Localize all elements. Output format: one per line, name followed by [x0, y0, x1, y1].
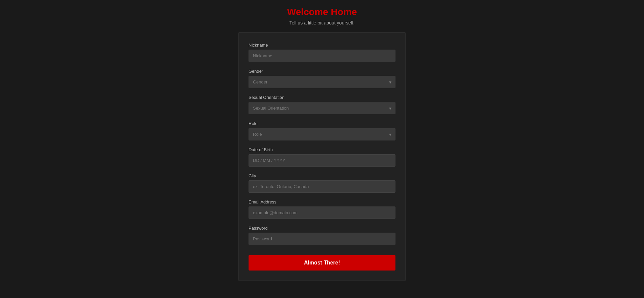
registration-form-card: Nickname Gender Gender Male Female Non-b… [238, 32, 406, 281]
nickname-group: Nickname [249, 43, 395, 62]
gender-group: Gender Gender Male Female Non-binary Oth… [249, 69, 395, 88]
nickname-label: Nickname [249, 43, 395, 48]
sexual-orientation-select-wrapper: Sexual Orientation Straight Gay Bisexual… [249, 102, 395, 114]
dob-group: Date of Birth [249, 147, 395, 167]
page-header: Welcome Home Tell us a little bit about … [287, 7, 357, 25]
city-input[interactable] [249, 180, 395, 193]
submit-button[interactable]: Almost There! [249, 255, 395, 271]
dob-input[interactable] [249, 154, 395, 167]
nickname-input[interactable] [249, 50, 395, 62]
role-select[interactable]: Role Top Bottom Versatile Other [249, 128, 395, 140]
page-subtitle: Tell us a little bit about yourself. [287, 20, 357, 25]
email-label: Email Address [249, 199, 395, 204]
password-input[interactable] [249, 233, 395, 245]
sexual-orientation-select[interactable]: Sexual Orientation Straight Gay Bisexual… [249, 102, 395, 114]
role-label: Role [249, 121, 395, 126]
role-group: Role Role Top Bottom Versatile Other [249, 121, 395, 140]
email-input[interactable] [249, 206, 395, 219]
gender-select[interactable]: Gender Male Female Non-binary Other Pref… [249, 76, 395, 88]
role-select-wrapper: Role Top Bottom Versatile Other [249, 128, 395, 140]
gender-select-wrapper: Gender Male Female Non-binary Other Pref… [249, 76, 395, 88]
password-label: Password [249, 226, 395, 231]
password-group: Password [249, 226, 395, 245]
email-group: Email Address [249, 199, 395, 219]
page-title: Welcome Home [287, 7, 357, 17]
city-group: City [249, 173, 395, 193]
sexual-orientation-group: Sexual Orientation Sexual Orientation St… [249, 95, 395, 114]
sexual-orientation-label: Sexual Orientation [249, 95, 395, 100]
city-label: City [249, 173, 395, 178]
dob-label: Date of Birth [249, 147, 395, 152]
gender-label: Gender [249, 69, 395, 74]
